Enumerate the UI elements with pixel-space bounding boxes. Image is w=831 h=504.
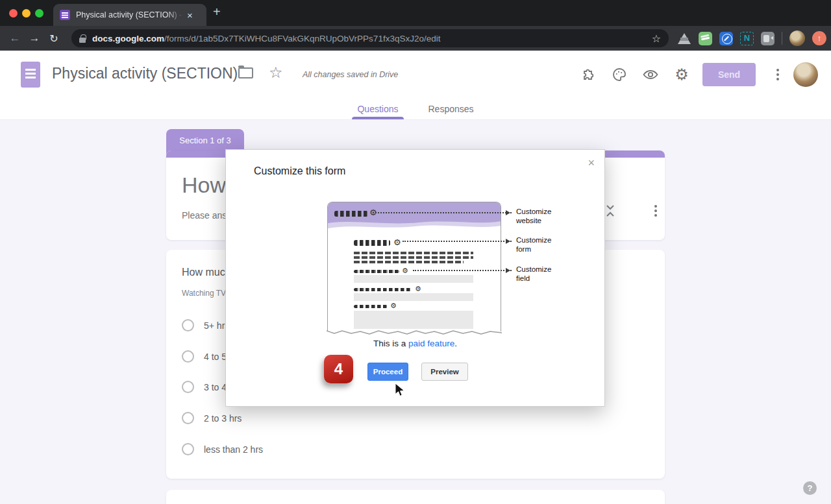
- card-more-options-icon[interactable]: [654, 205, 657, 217]
- window-minimize-button[interactable]: [22, 9, 31, 18]
- collapse-icon[interactable]: [605, 204, 615, 217]
- mouse-cursor: [395, 383, 404, 397]
- radio-icon[interactable]: [182, 381, 194, 393]
- bookmark-star-icon[interactable]: ☆: [652, 32, 661, 45]
- label-customize-form: Customizeform: [516, 235, 551, 254]
- gear-icon: ⚙: [402, 267, 408, 274]
- tab-questions[interactable]: Questions: [357, 99, 398, 119]
- gear-icon: ⚙: [393, 238, 401, 246]
- label-customize-website: Customizewebsite: [516, 207, 551, 225]
- radio-icon[interactable]: [182, 319, 194, 331]
- browser-profile-avatar[interactable]: [789, 30, 805, 46]
- extension-row: N ↑: [678, 30, 826, 46]
- form-description-text[interactable]: Please ans: [182, 210, 227, 221]
- arrow-customize-field: [413, 270, 512, 271]
- tab-title: Physical activity (SECTION) - G: [76, 10, 183, 19]
- addons-puzzle-icon[interactable]: [573, 67, 604, 82]
- field-input-bar: [354, 293, 473, 301]
- window-zoom-button[interactable]: [35, 9, 43, 18]
- arrow-customize-website: [373, 212, 512, 213]
- browser-tab[interactable]: Physical activity (SECTION) - G ×: [53, 4, 206, 26]
- compass-extension-icon[interactable]: [719, 32, 733, 45]
- forms-logo-icon[interactable]: [21, 62, 40, 88]
- gear-icon: ⚙: [390, 302, 397, 309]
- scribble-field-label: [354, 305, 388, 308]
- customize-form-dialog: Customize this form × ⚙ ⚙ ⚙ ⚙ ⚙: [225, 149, 605, 407]
- scribble-form-title: [354, 240, 390, 246]
- page-url: docs.google.com/forms/d/1ab5Dx7TKiWHCu8F…: [92, 34, 647, 43]
- paid-feature-text: This is a paid feature.: [226, 339, 604, 348]
- scribble-paragraph: [354, 252, 473, 265]
- window-close-button[interactable]: [9, 9, 18, 18]
- field-input-bar: [354, 275, 473, 283]
- move-to-folder-icon[interactable]: [238, 67, 253, 78]
- star-form-icon[interactable]: ☆: [269, 64, 283, 82]
- browser-update-button[interactable]: ↑: [812, 31, 826, 45]
- close-icon[interactable]: ×: [588, 157, 595, 169]
- question-text[interactable]: How muc: [182, 267, 225, 278]
- screen: Physical activity (SECTION) - G × + ← → …: [0, 0, 831, 504]
- theme-palette-icon[interactable]: [604, 67, 635, 82]
- scribble-field-label: [354, 270, 399, 273]
- forms-favicon-icon: [60, 10, 70, 20]
- back-button[interactable]: ←: [5, 32, 25, 45]
- dialog-title: Customize this form: [254, 165, 345, 177]
- option-row[interactable]: 2 to 3 hrs: [182, 412, 242, 424]
- address-bar[interactable]: docs.google.com/forms/d/1ab5Dx7TKiWHCu8F…: [71, 29, 669, 47]
- screen-recorder-extension-icon[interactable]: [761, 32, 775, 45]
- preview-button[interactable]: Preview: [421, 363, 468, 381]
- preview-eye-icon[interactable]: [635, 67, 666, 82]
- option-row[interactable]: 5+ hrs: [182, 319, 229, 331]
- tab-responses[interactable]: Responses: [428, 99, 474, 119]
- form-illustration: ⚙ ⚙ ⚙ ⚙ ⚙: [327, 202, 501, 331]
- question-hint: Watching TV: [182, 289, 226, 298]
- help-icon[interactable]: ?: [803, 481, 817, 495]
- clipper-extension-icon[interactable]: [699, 32, 712, 45]
- header-actions: ⚙ Send: [573, 51, 831, 99]
- save-status: All changes saved in Drive: [303, 70, 398, 79]
- forward-button[interactable]: →: [25, 32, 44, 45]
- drive-extension-icon[interactable]: [678, 32, 691, 45]
- browser-tab-strip: Physical activity (SECTION) - G × +: [0, 0, 831, 26]
- paid-feature-link[interactable]: paid feature: [408, 339, 454, 348]
- radio-icon[interactable]: [182, 443, 194, 455]
- next-question-card[interactable]: [166, 490, 665, 504]
- proceed-button[interactable]: Proceed: [367, 363, 408, 381]
- toolbar-divider: [782, 32, 782, 45]
- n-extension-icon[interactable]: N: [740, 32, 754, 45]
- settings-gear-icon[interactable]: ⚙: [666, 67, 697, 82]
- torn-edge: [327, 330, 502, 335]
- radio-icon[interactable]: [182, 412, 194, 424]
- form-nav: Questions Responses: [0, 99, 831, 120]
- arrow-customize-form: [403, 241, 512, 242]
- field-textarea-bar: [354, 311, 473, 329]
- illustration-header-band: [328, 202, 501, 234]
- scribble-site-title: [334, 211, 368, 217]
- new-tab-button[interactable]: +: [213, 5, 221, 18]
- tab-close-icon[interactable]: ×: [187, 10, 193, 20]
- form-title[interactable]: Physical activity (SECTION): [52, 65, 238, 82]
- label-customize-field: Customizefield: [516, 265, 551, 283]
- form-title-text[interactable]: How: [182, 173, 226, 198]
- option-row[interactable]: less than 2 hrs: [182, 443, 263, 455]
- more-options-icon[interactable]: [776, 69, 779, 80]
- radio-icon[interactable]: [182, 350, 194, 363]
- browser-toolbar: ← → ↻ docs.google.com/forms/d/1ab5Dx7TKi…: [0, 26, 831, 51]
- scribble-field-label: [354, 288, 412, 291]
- lock-icon: [79, 34, 86, 43]
- gear-icon: ⚙: [415, 285, 421, 293]
- account-avatar[interactable]: [793, 62, 818, 87]
- step-number-badge: 4: [324, 355, 353, 383]
- reload-button[interactable]: ↻: [44, 32, 64, 45]
- send-button[interactable]: Send: [702, 63, 756, 86]
